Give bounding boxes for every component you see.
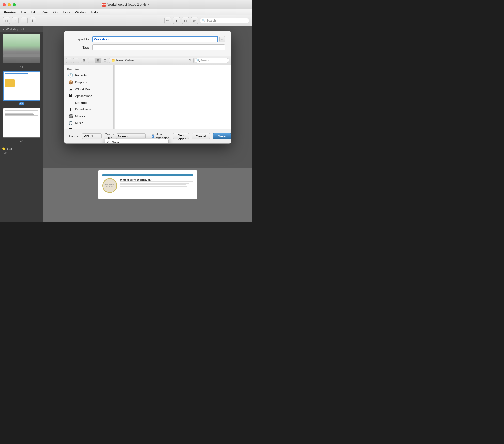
- hide-extension-checkbox[interactable]: ✓: [152, 135, 154, 138]
- page-46-thumb[interactable]: 46: [0, 107, 43, 144]
- chevron-down-icon: ▼: [175, 19, 179, 23]
- recents-icon: 🕐: [68, 73, 73, 78]
- forward-icon: ›: [75, 59, 76, 62]
- close-button[interactable]: [3, 3, 6, 6]
- menu-help[interactable]: Help: [89, 10, 100, 15]
- title-chevron-icon: ▼: [148, 3, 150, 6]
- quartz-option-none[interactable]: ✓ None: [105, 139, 168, 144]
- nav-back-button[interactable]: ‹: [66, 58, 72, 63]
- star-label: ⭐ Star: [0, 146, 43, 152]
- sidebar-toggle-button[interactable]: ⊟: [3, 17, 10, 24]
- menu-edit[interactable]: Edit: [29, 10, 38, 15]
- zoom-out-icon: −: [14, 19, 16, 23]
- pictures-icon: 🖼: [68, 128, 73, 129]
- sidebar-item-movies[interactable]: 🎬 Movies: [65, 113, 112, 120]
- zoom-in-button[interactable]: +: [21, 17, 28, 24]
- sidebar-item-downloads[interactable]: ⬇ Downloads: [65, 106, 112, 113]
- format-label: Format:: [69, 135, 80, 138]
- expand-button[interactable]: ▲: [219, 36, 225, 42]
- browser-search-icon: 🔍: [196, 59, 200, 62]
- pdf-icon: PDF: [102, 3, 106, 7]
- format-dropdown-icon: ⇅: [91, 135, 93, 138]
- quartz-none-label: None: [112, 140, 119, 144]
- menu-preview[interactable]: Preview: [2, 10, 18, 15]
- content-area: BÄCKEREISENTO Warum wirkt Weißraum?: [43, 26, 252, 222]
- menu-go[interactable]: Go: [51, 10, 59, 15]
- share-button[interactable]: ⬆: [30, 17, 36, 24]
- share-btn2[interactable]: ◻: [182, 17, 189, 24]
- folder-icon: 📁: [111, 58, 115, 62]
- applications-label: Applications: [75, 94, 92, 98]
- quartz-dropdown-trigger[interactable]: None ⇅: [116, 134, 146, 139]
- maximize-button[interactable]: [13, 3, 16, 6]
- menu-window[interactable]: Window: [73, 10, 88, 15]
- search-bar[interactable]: 🔍 Search: [200, 18, 249, 23]
- column-view-button[interactable]: ⊟: [95, 58, 101, 63]
- pdf-strip: BÄCKEREISENTO Warum wirkt Weißraum?: [98, 170, 197, 199]
- zoom-out-button[interactable]: −: [12, 17, 19, 24]
- tags-label: Tags:: [70, 46, 92, 50]
- crop-button[interactable]: ⊕: [191, 17, 198, 24]
- sidebar-item-desktop[interactable]: 🖥 Desktop: [65, 99, 112, 106]
- folder-selector[interactable]: 📁 Neuer Ordner ⇅: [109, 58, 194, 63]
- traffic-lights: [3, 3, 16, 6]
- sidebar-item-music[interactable]: 🎵 Music: [65, 120, 112, 126]
- menu-bar: Preview File Edit View Go Tools Window H…: [0, 9, 252, 15]
- page-45-thumb[interactable]: 45: [0, 70, 43, 107]
- downloads-icon: ⬇: [68, 107, 73, 112]
- dropbox-icon: 📦: [68, 80, 73, 85]
- sidebar-item-pictures[interactable]: 🖼 Pictures: [65, 127, 112, 129]
- main-layout: ▼ Workshop.pdf 44: [0, 26, 252, 222]
- coverflow-view-button[interactable]: ⊡: [102, 58, 108, 63]
- menu-tools[interactable]: Tools: [61, 10, 72, 15]
- sidebar-filename: Workshop.pdf: [6, 28, 24, 31]
- page-44-thumb[interactable]: 44: [0, 33, 43, 70]
- file-browser: ‹ › ⊞ ☰ ⊟ ⊡ 📁: [64, 56, 231, 129]
- new-folder-button[interactable]: New Folder: [173, 133, 189, 139]
- annotate-button[interactable]: ✏: [164, 17, 171, 24]
- dialog-footer: Format: PDF ⇅ Quartz Filter: None ⇅: [64, 129, 231, 143]
- page-46-label: 46: [0, 139, 43, 144]
- export-as-input[interactable]: [92, 36, 218, 42]
- sidebar-header: ▼ Workshop.pdf: [0, 26, 43, 33]
- icloud-label: iCloud Drive: [75, 87, 92, 91]
- search-icon: 🔍: [202, 19, 205, 22]
- browser-search[interactable]: 🔍 Search: [195, 58, 229, 63]
- icloud-icon: ☁: [68, 87, 73, 91]
- applications-icon: 🅐: [68, 94, 73, 98]
- desktop-icon: 🖥: [68, 100, 73, 105]
- window-title: Workshop.pdf (page 2 of 4): [107, 3, 146, 6]
- icon-view-button[interactable]: ⊞: [81, 58, 87, 63]
- sidebar-bottom: [0, 157, 43, 159]
- sidebar-item-dropbox[interactable]: 📦 Dropbox: [65, 79, 112, 85]
- save-button[interactable]: Save: [213, 133, 231, 139]
- music-label: Music: [75, 121, 83, 125]
- crop-icon: ⊕: [193, 19, 196, 23]
- main-file-panel: [115, 65, 231, 129]
- export-as-label: Export As:: [70, 37, 92, 41]
- downloads-label: Downloads: [75, 107, 91, 111]
- format-row: Format: PDF ⇅: [69, 134, 102, 139]
- sidebar-item-icloud[interactable]: ☁ iCloud Drive: [65, 86, 112, 92]
- chevron-icon: ▼: [2, 28, 4, 31]
- menu-view[interactable]: View: [40, 10, 51, 15]
- search-placeholder: Search: [206, 19, 216, 22]
- list-view-button[interactable]: ☰: [88, 58, 94, 63]
- minimize-button[interactable]: [8, 3, 11, 6]
- share-icon: ⬆: [32, 19, 35, 23]
- desktop-label: Desktop: [75, 101, 87, 104]
- format-value: PDF: [84, 135, 90, 138]
- menu-file[interactable]: File: [19, 10, 28, 15]
- save-dialog: Export As: ▲ Tags:: [64, 31, 231, 144]
- sidebar-item-applications[interactable]: 🅐 Applications: [65, 93, 112, 99]
- folder-label: 📁 Neuer Ordner: [111, 58, 134, 62]
- browser-search-placeholder: Search: [200, 59, 209, 62]
- annotate-chevron[interactable]: ▼: [173, 17, 180, 24]
- pictures-label: Pictures: [75, 128, 87, 129]
- format-dropdown[interactable]: PDF ⇅: [82, 134, 102, 139]
- cancel-button[interactable]: Cancel: [192, 133, 210, 139]
- chevron-up-icon: ▲: [221, 38, 223, 41]
- nav-forward-button[interactable]: ›: [73, 58, 79, 63]
- sidebar-item-recents[interactable]: 🕐 Recents: [65, 72, 112, 79]
- tags-input[interactable]: [92, 45, 225, 51]
